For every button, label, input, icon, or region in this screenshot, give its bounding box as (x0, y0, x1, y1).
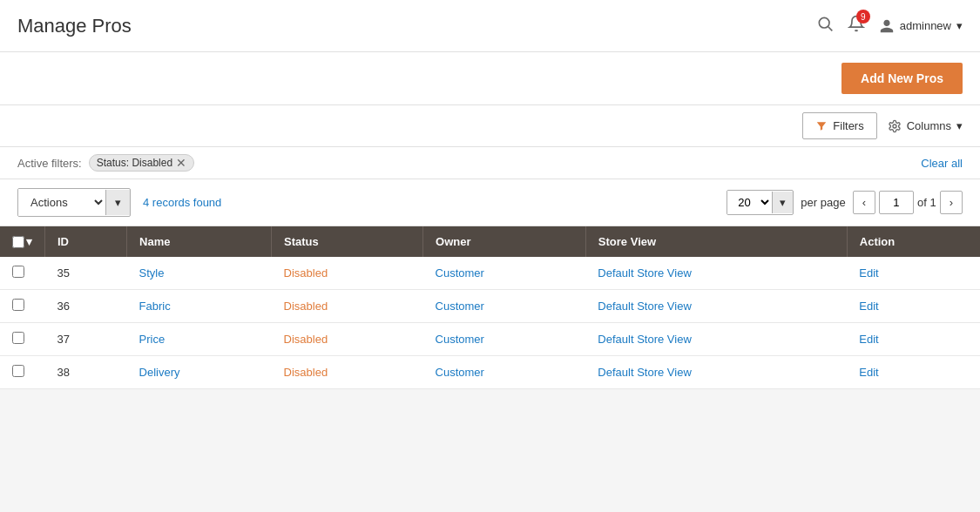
th-action: Action (847, 226, 980, 257)
page-number-input[interactable] (879, 191, 914, 214)
row-checkbox-1[interactable] (12, 299, 24, 311)
records-found: 4 records found (143, 196, 221, 209)
per-page-arrow-icon[interactable]: ▾ (772, 192, 793, 213)
th-id: ID (45, 226, 127, 257)
filter-bar: Filters Columns ▾ (0, 105, 980, 147)
notification-badge: 9 (856, 10, 870, 24)
table-header-row: ▾ ID Name Status Owner Store View Action (0, 226, 980, 257)
td-checkbox-0 (0, 257, 45, 290)
prev-page-button[interactable]: ‹ (853, 191, 875, 214)
td-checkbox-2 (0, 323, 45, 356)
td-owner-0[interactable]: Customer (423, 257, 586, 290)
td-name-3[interactable]: Delivery (127, 356, 272, 389)
th-checkbox-arrow[interactable]: ▾ (26, 235, 32, 248)
records-bar: Actions ▾ 4 records found 20 ▾ per page … (0, 179, 980, 226)
td-status-1: Disabled (272, 290, 423, 323)
td-id-1: 36 (45, 290, 127, 323)
page-title: Manage Pros (17, 15, 132, 37)
td-status-0: Disabled (272, 257, 423, 290)
columns-arrow-icon: ▾ (956, 119, 963, 132)
td-owner-1[interactable]: Customer (423, 290, 586, 323)
filter-tag-remove-button[interactable]: ✕ (176, 157, 186, 169)
page-navigation: ‹ of 1 › (853, 191, 963, 214)
td-action-2[interactable]: Edit (847, 323, 980, 356)
td-id-0: 35 (45, 257, 127, 290)
active-filters-label: Active filters: (17, 157, 82, 170)
td-name-2[interactable]: Price (127, 323, 272, 356)
td-action-1[interactable]: Edit (847, 290, 980, 323)
td-store-view-3[interactable]: Default Store View (585, 356, 847, 389)
columns-button[interactable]: Columns ▾ (888, 119, 963, 133)
add-new-pros-button[interactable]: Add New Pros (841, 63, 963, 94)
data-table: ▾ ID Name Status Owner Store View Action… (0, 226, 980, 389)
td-id-2: 37 (45, 323, 127, 356)
search-icon[interactable] (816, 15, 834, 37)
active-filters-bar: Active filters: Status: Disabled ✕ Clear… (0, 147, 980, 179)
select-all-checkbox[interactable] (12, 236, 24, 248)
td-store-view-0[interactable]: Default Store View (585, 257, 847, 290)
th-status: Status (272, 226, 423, 257)
svg-point-0 (819, 17, 829, 28)
table-row: 37 Price Disabled Customer Default Store… (0, 323, 980, 356)
td-name-0[interactable]: Style (127, 257, 272, 290)
table-row: 35 Style Disabled Customer Default Store… (0, 257, 980, 290)
per-page-wrapper: 20 ▾ (727, 190, 794, 215)
td-owner-3[interactable]: Customer (423, 356, 586, 389)
filter-tag-status: Status: Disabled ✕ (89, 154, 194, 172)
td-name-1[interactable]: Fabric (127, 290, 272, 323)
td-status-2: Disabled (272, 323, 423, 356)
td-store-view-2[interactable]: Default Store View (585, 323, 847, 356)
data-table-wrapper: ▾ ID Name Status Owner Store View Action… (0, 226, 980, 389)
notification-icon[interactable]: 9 (848, 15, 865, 37)
svg-point-3 (893, 125, 896, 128)
th-name: Name (127, 226, 272, 257)
td-owner-2[interactable]: Customer (423, 323, 586, 356)
th-checkbox: ▾ (0, 226, 45, 257)
td-id-3: 38 (45, 356, 127, 389)
next-page-button[interactable]: › (940, 191, 963, 214)
filters-button[interactable]: Filters (802, 112, 876, 139)
toolbar: Add New Pros (0, 52, 980, 105)
td-checkbox-1 (0, 290, 45, 323)
user-name: adminnew (900, 19, 951, 32)
pagination: 20 ▾ per page ‹ of 1 › (727, 190, 963, 215)
svg-marker-2 (817, 122, 827, 130)
actions-dropdown-wrapper: Actions ▾ (17, 188, 131, 217)
table-row: 36 Fabric Disabled Customer Default Stor… (0, 290, 980, 323)
td-action-3[interactable]: Edit (847, 356, 980, 389)
th-owner: Owner (423, 226, 586, 257)
columns-button-label: Columns (907, 119, 951, 132)
td-checkbox-3 (0, 356, 45, 389)
header-actions: 9 adminnew ▾ (816, 15, 963, 37)
of-label: of 1 (917, 196, 936, 209)
actions-select[interactable]: Actions (18, 189, 105, 216)
row-checkbox-0[interactable] (12, 266, 24, 278)
row-checkbox-3[interactable] (12, 365, 24, 377)
svg-line-1 (828, 27, 832, 31)
td-store-view-1[interactable]: Default Store View (585, 290, 847, 323)
td-status-3: Disabled (272, 356, 423, 389)
td-action-0[interactable]: Edit (847, 257, 980, 290)
clear-all-link[interactable]: Clear all (921, 157, 963, 170)
per-page-select[interactable]: 20 (727, 191, 772, 214)
header: Manage Pros 9 adminnew ▾ (0, 0, 980, 52)
table-row: 38 Delivery Disabled Customer Default St… (0, 356, 980, 389)
user-menu-arrow[interactable]: ▾ (956, 19, 963, 32)
th-store-view: Store View (585, 226, 847, 257)
actions-arrow-icon[interactable]: ▾ (105, 190, 130, 215)
user-menu[interactable]: adminnew ▾ (879, 18, 963, 34)
per-page-label: per page (801, 196, 845, 209)
row-checkbox-2[interactable] (12, 332, 24, 344)
filter-tag-text: Status: Disabled (97, 157, 172, 169)
filters-button-label: Filters (833, 119, 863, 132)
